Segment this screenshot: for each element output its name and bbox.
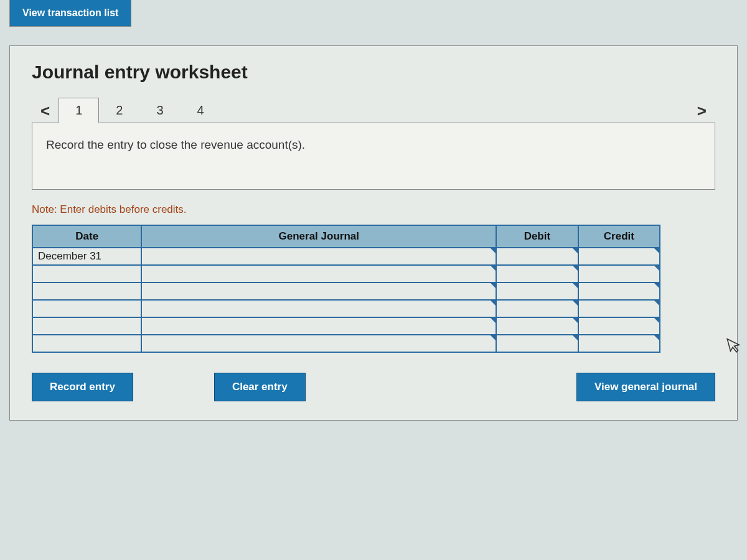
cell-journal[interactable]	[141, 265, 496, 282]
next-step-button[interactable]: >	[688, 99, 715, 123]
entry-prompt: Record the entry to close the revenue ac…	[32, 123, 715, 190]
dropdown-icon	[491, 283, 496, 288]
cell-debit[interactable]	[496, 248, 578, 265]
dropdown-icon	[491, 301, 496, 306]
cell-debit[interactable]	[496, 335, 578, 352]
table-row	[32, 335, 660, 352]
journal-worksheet-panel: Journal entry worksheet < 1 2 3 4 > Reco…	[9, 45, 738, 421]
header-credit: Credit	[578, 225, 660, 248]
dropdown-icon	[491, 266, 496, 271]
prev-step-button[interactable]: <	[32, 99, 59, 123]
cell-credit[interactable]	[578, 265, 660, 282]
dropdown-icon	[573, 248, 578, 253]
cell-date[interactable]: December 31	[32, 248, 141, 265]
table-row	[32, 300, 660, 317]
dropdown-icon	[573, 335, 578, 340]
dropdown-icon	[654, 283, 659, 288]
table-row	[32, 265, 660, 282]
cell-date[interactable]	[32, 282, 141, 300]
table-header-row: Date General Journal Debit Credit	[32, 225, 660, 248]
dropdown-icon	[654, 301, 659, 306]
dropdown-icon	[573, 301, 578, 306]
journal-table: Date General Journal Debit Credit Decemb…	[32, 225, 660, 353]
table-row: December 31	[32, 248, 660, 265]
cell-journal[interactable]	[141, 317, 496, 335]
view-general-journal-button[interactable]: View general journal	[576, 373, 715, 401]
cell-credit[interactable]	[578, 317, 660, 335]
cell-credit[interactable]	[578, 248, 660, 265]
cell-debit[interactable]	[496, 265, 578, 282]
cell-credit[interactable]	[578, 282, 660, 300]
dropdown-icon	[654, 318, 659, 323]
clear-entry-button[interactable]: Clear entry	[214, 373, 306, 401]
header-date: Date	[32, 225, 141, 248]
step-nav: < 1 2 3 4 >	[32, 98, 715, 123]
step-tab-1[interactable]: 1	[59, 98, 99, 123]
header-debit: Debit	[496, 225, 578, 248]
dropdown-icon	[654, 248, 659, 253]
cell-date[interactable]	[32, 335, 141, 352]
cell-journal[interactable]	[141, 248, 496, 265]
cell-debit[interactable]	[496, 282, 578, 300]
note-text: Note: Enter debits before credits.	[32, 203, 715, 216]
cell-journal[interactable]	[141, 300, 496, 317]
page-title: Journal entry worksheet	[32, 62, 715, 83]
step-tab-3[interactable]: 3	[139, 98, 180, 123]
view-transaction-list-tab[interactable]: View transaction list	[9, 0, 131, 27]
dropdown-icon	[573, 283, 578, 288]
record-entry-button[interactable]: Record entry	[32, 373, 133, 401]
cell-journal[interactable]	[141, 335, 496, 352]
cell-credit[interactable]	[578, 300, 660, 317]
table-row	[32, 317, 660, 335]
cell-debit[interactable]	[496, 317, 578, 335]
dropdown-icon	[491, 248, 496, 253]
dropdown-icon	[491, 318, 496, 323]
cell-date[interactable]	[32, 317, 141, 335]
cell-date[interactable]	[32, 300, 141, 317]
dropdown-icon	[654, 266, 659, 271]
button-row: Record entry Clear entry View general jo…	[32, 373, 715, 401]
dropdown-icon	[491, 335, 496, 340]
cell-journal[interactable]	[141, 282, 496, 300]
dropdown-icon	[654, 335, 659, 340]
cell-debit[interactable]	[496, 300, 578, 317]
cell-date[interactable]	[32, 265, 141, 282]
header-journal: General Journal	[141, 225, 496, 248]
cell-credit[interactable]	[578, 335, 660, 352]
step-tab-4[interactable]: 4	[181, 98, 221, 123]
dropdown-icon	[573, 266, 578, 271]
table-row	[32, 282, 660, 300]
dropdown-icon	[573, 318, 578, 323]
step-tab-2[interactable]: 2	[99, 98, 139, 123]
